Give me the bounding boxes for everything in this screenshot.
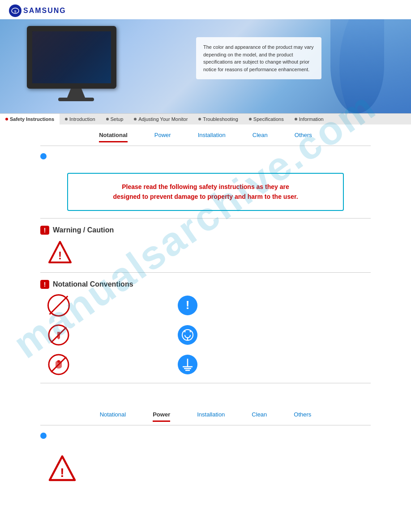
safety-notice-box: Please read the following safety instruc… bbox=[67, 173, 344, 211]
prohibit-touch-icon bbox=[47, 324, 83, 346]
divider-3 bbox=[40, 383, 371, 383]
hero-disclaimer-box: The color and appearance of the product … bbox=[196, 37, 321, 79]
sub-tab-installation-bottom[interactable]: Installation bbox=[197, 411, 225, 421]
hero-disclaimer-text: The color and appearance of the product … bbox=[203, 43, 314, 73]
header: S SAMSUNG bbox=[0, 0, 411, 19]
warning-section-header: ! Warning / Caution bbox=[40, 226, 371, 235]
hero-banner: The color and appearance of the product … bbox=[0, 19, 411, 113]
nav-dot-gray bbox=[65, 118, 68, 120]
monitor-stand bbox=[67, 89, 85, 98]
sub-tab-clean-top[interactable]: Clean bbox=[253, 132, 268, 142]
svg-text:!: ! bbox=[186, 298, 190, 312]
sub-tab-installation-top[interactable]: Installation bbox=[198, 132, 226, 142]
brand-name: SAMSUNG bbox=[23, 7, 66, 15]
nav-dot-gray-4 bbox=[198, 118, 201, 120]
nav-setup[interactable]: Setup bbox=[101, 114, 129, 124]
notational-section-header: ! Notational Conventions bbox=[40, 280, 371, 289]
mandatory-ground-icon bbox=[176, 353, 212, 376]
sub-tabs-top: Notational Power Installation Clean Othe… bbox=[40, 124, 371, 146]
power-warning-triangle-icon: ! bbox=[47, 454, 371, 484]
prohibit-disassemble-icon bbox=[47, 353, 83, 376]
safety-notice-line2: designed to prevent damage to property a… bbox=[81, 192, 330, 202]
sub-tab-clean-bottom[interactable]: Clean bbox=[252, 411, 267, 421]
notational-exclaim-icon: ! bbox=[40, 280, 49, 289]
divider-1 bbox=[40, 218, 371, 219]
svg-text:!: ! bbox=[60, 466, 64, 480]
sub-tab-notational-bottom[interactable]: Notational bbox=[100, 411, 126, 421]
monitor-base bbox=[58, 98, 94, 101]
main-navigation: Safety Instructions Introduction Setup A… bbox=[0, 113, 411, 124]
monitor-screen bbox=[27, 26, 116, 89]
notational-icons-grid: ! bbox=[47, 294, 371, 376]
bottom-content-power: Notational Power Installation Clean Othe… bbox=[0, 404, 411, 484]
svg-point-15 bbox=[57, 360, 60, 363]
sub-tab-others-bottom[interactable]: Others bbox=[294, 411, 311, 421]
nav-dot-gray-5 bbox=[249, 118, 252, 120]
nav-specifications[interactable]: Specifications bbox=[244, 114, 289, 124]
sub-tab-others-top[interactable]: Others bbox=[295, 132, 312, 142]
nav-adjusting[interactable]: Adjusting Your Monitor bbox=[128, 114, 193, 124]
nav-safety-instructions[interactable]: Safety Instructions bbox=[0, 114, 60, 124]
nav-dot-gray-2 bbox=[106, 118, 109, 120]
svg-point-8 bbox=[178, 325, 197, 345]
safety-notice-line1: Please read the following safety instruc… bbox=[81, 182, 330, 192]
mandatory-info-icon: ! bbox=[176, 294, 212, 317]
samsung-logo-circle: S bbox=[9, 4, 21, 17]
warning-exclaim-icon: ! bbox=[40, 226, 49, 235]
divider-2 bbox=[40, 272, 371, 273]
warning-section-title: Warning / Caution bbox=[53, 226, 114, 234]
nav-dot-active bbox=[5, 118, 8, 120]
nav-dot-gray-3 bbox=[134, 118, 137, 120]
sub-tabs-bottom: Notational Power Installation Clean Othe… bbox=[40, 404, 371, 425]
sub-tab-power-top[interactable]: Power bbox=[154, 132, 171, 142]
sub-tab-power-bottom[interactable]: Power bbox=[153, 411, 170, 421]
nav-introduction[interactable]: Introduction bbox=[60, 114, 100, 124]
nav-troubleshooting[interactable]: Troubleshooting bbox=[193, 114, 243, 124]
warning-triangle-icon: ! bbox=[47, 240, 371, 265]
notational-section-title: Notational Conventions bbox=[53, 280, 133, 288]
nav-dot-gray-6 bbox=[295, 118, 297, 120]
mandatory-plug-icon bbox=[176, 324, 212, 346]
samsung-logo: S SAMSUNG bbox=[9, 4, 402, 17]
sub-tab-notational-top[interactable]: Notational bbox=[99, 132, 128, 142]
hero-monitor-image bbox=[27, 26, 125, 107]
section-indicator-dot bbox=[40, 153, 47, 159]
nav-information[interactable]: Information bbox=[289, 114, 329, 124]
svg-text:S: S bbox=[14, 10, 17, 13]
main-content-notational: Notational Power Installation Clean Othe… bbox=[0, 124, 411, 404]
power-section-indicator-dot bbox=[40, 433, 47, 439]
svg-text:!: ! bbox=[58, 249, 62, 262]
prohibit-general-icon bbox=[47, 294, 70, 317]
